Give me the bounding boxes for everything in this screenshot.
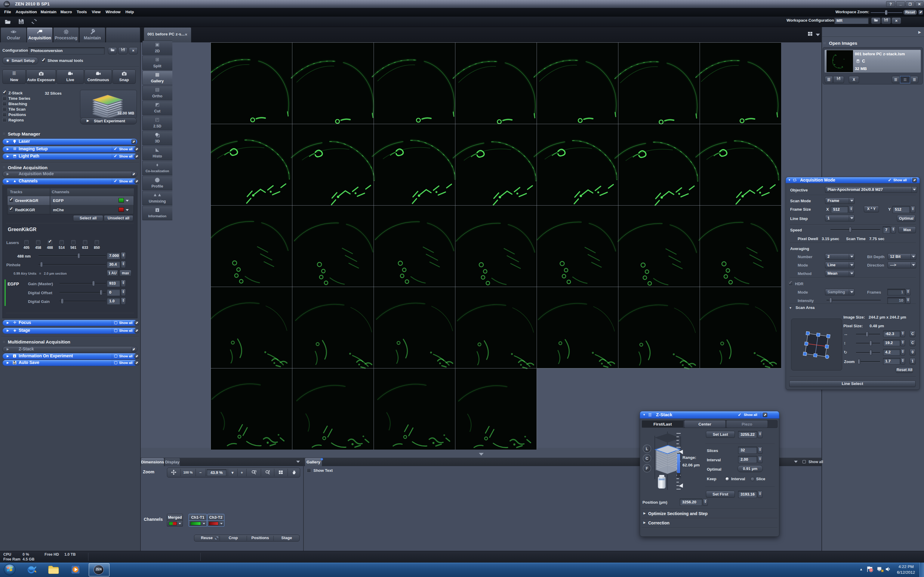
svg-text:i: i	[157, 209, 158, 212]
svg-text:!: !	[882, 570, 882, 572]
